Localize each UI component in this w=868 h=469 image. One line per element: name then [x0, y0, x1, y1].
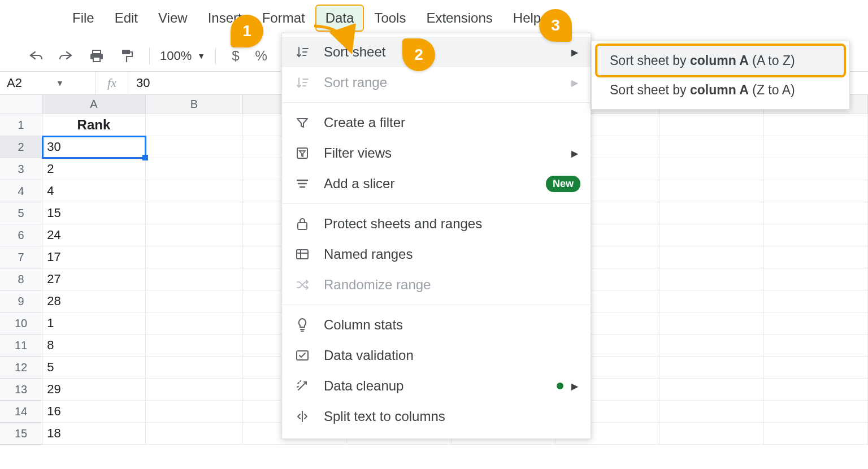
- cell-A1[interactable]: Rank: [42, 114, 145, 136]
- cell[interactable]: [659, 136, 763, 158]
- undo-button[interactable]: [23, 46, 49, 66]
- row-header[interactable]: 15: [0, 423, 42, 445]
- cell[interactable]: [659, 268, 763, 290]
- cell[interactable]: [146, 224, 243, 246]
- menu-item-named-ranges[interactable]: Named ranges: [282, 239, 591, 270]
- menu-item-data-validation[interactable]: Data validation: [282, 340, 591, 371]
- menu-file[interactable]: File: [63, 6, 103, 31]
- cell[interactable]: [764, 335, 868, 357]
- menu-data[interactable]: Data: [316, 6, 363, 31]
- cell[interactable]: [659, 423, 763, 445]
- menu-edit[interactable]: Edit: [106, 6, 147, 31]
- row-header[interactable]: 5: [0, 202, 42, 224]
- cell[interactable]: [659, 335, 763, 357]
- cell[interactable]: [659, 114, 763, 136]
- cell[interactable]: 28: [42, 290, 145, 312]
- row-header[interactable]: 8: [0, 268, 42, 290]
- menu-item-filter-views[interactable]: Filter views ▶: [282, 138, 591, 168]
- selection-handle[interactable]: [142, 155, 148, 160]
- row-header[interactable]: 14: [0, 401, 42, 423]
- cell[interactable]: [659, 357, 763, 379]
- cell-A2[interactable]: 30: [42, 136, 145, 158]
- cell[interactable]: 27: [42, 268, 145, 290]
- cell[interactable]: 4: [42, 180, 145, 202]
- row-header[interactable]: 1: [0, 114, 42, 136]
- cell[interactable]: [659, 312, 763, 335]
- menu-extensions[interactable]: Extensions: [417, 6, 501, 31]
- row-header[interactable]: 10: [0, 312, 42, 335]
- menu-tools[interactable]: Tools: [365, 6, 415, 31]
- cell[interactable]: 18: [42, 423, 145, 445]
- cell[interactable]: [659, 246, 763, 268]
- cell[interactable]: [764, 158, 868, 180]
- submenu-item-sort-desc[interactable]: Sort sheet by column A (Z to A): [597, 75, 844, 105]
- menu-item-protect-sheets[interactable]: Protect sheets and ranges: [282, 209, 591, 239]
- cell[interactable]: [146, 401, 243, 423]
- row-header[interactable]: 3: [0, 158, 42, 180]
- cell[interactable]: 15: [42, 202, 145, 224]
- cell[interactable]: [764, 357, 868, 379]
- select-all-corner[interactable]: [0, 95, 42, 114]
- row-header[interactable]: 9: [0, 290, 42, 312]
- cell[interactable]: [146, 268, 243, 290]
- cell[interactable]: [146, 379, 243, 401]
- cell[interactable]: [146, 180, 243, 202]
- cell[interactable]: [764, 379, 868, 401]
- cell[interactable]: [146, 423, 243, 445]
- cell[interactable]: [146, 246, 243, 268]
- cell[interactable]: 8: [42, 335, 145, 357]
- cell[interactable]: [146, 290, 243, 312]
- zoom-select[interactable]: 100% ▼: [160, 49, 205, 63]
- format-currency-button[interactable]: $: [226, 45, 245, 67]
- row-header[interactable]: 13: [0, 379, 42, 401]
- cell[interactable]: [764, 202, 868, 224]
- cell[interactable]: [146, 158, 243, 180]
- cell[interactable]: [764, 114, 868, 136]
- cell[interactable]: [146, 136, 243, 158]
- row-header[interactable]: 6: [0, 224, 42, 246]
- menu-item-split-text[interactable]: Split text to columns: [282, 401, 591, 432]
- menu-item-add-slicer[interactable]: Add a slicer New: [282, 168, 591, 199]
- cell[interactable]: [764, 401, 868, 423]
- menu-item-sort-sheet[interactable]: Sort sheet ▶: [282, 37, 591, 67]
- cell[interactable]: 2: [42, 158, 145, 180]
- cell[interactable]: 16: [42, 401, 145, 423]
- cell[interactable]: [659, 202, 763, 224]
- column-header-B[interactable]: B: [146, 95, 243, 114]
- cell[interactable]: [659, 290, 763, 312]
- format-percent-button[interactable]: %: [250, 45, 273, 67]
- cell[interactable]: [764, 423, 868, 445]
- cell[interactable]: [146, 312, 243, 335]
- row-header[interactable]: 7: [0, 246, 42, 268]
- cell[interactable]: [659, 379, 763, 401]
- redo-button[interactable]: [53, 46, 79, 66]
- cell[interactable]: [764, 180, 868, 202]
- cell[interactable]: [659, 224, 763, 246]
- row-header[interactable]: 11: [0, 335, 42, 357]
- cell[interactable]: [659, 158, 763, 180]
- cell[interactable]: 17: [42, 246, 145, 268]
- menu-item-create-filter[interactable]: Create a filter: [282, 107, 591, 138]
- cell[interactable]: [764, 290, 868, 312]
- submenu-item-sort-asc[interactable]: Sort sheet by column A (A to Z): [597, 46, 844, 75]
- cell[interactable]: 24: [42, 224, 145, 246]
- cell[interactable]: 5: [42, 357, 145, 379]
- cell[interactable]: [764, 312, 868, 335]
- column-header-A[interactable]: A: [42, 95, 145, 114]
- cell[interactable]: [146, 357, 243, 379]
- print-button[interactable]: [84, 46, 110, 66]
- cell[interactable]: 1: [42, 312, 145, 335]
- row-header[interactable]: 4: [0, 180, 42, 202]
- cell[interactable]: [764, 136, 868, 158]
- cell[interactable]: 29: [42, 379, 145, 401]
- cell[interactable]: [659, 180, 763, 202]
- cell[interactable]: [764, 224, 868, 246]
- cell[interactable]: [146, 202, 243, 224]
- menu-item-column-stats[interactable]: Column stats: [282, 310, 591, 340]
- name-box[interactable]: A2 ▼: [0, 72, 96, 94]
- cell[interactable]: [146, 114, 243, 136]
- paint-format-button[interactable]: [114, 45, 139, 67]
- menu-item-data-cleanup[interactable]: Data cleanup ▶: [282, 371, 591, 401]
- cell[interactable]: [764, 268, 868, 290]
- cell[interactable]: [764, 246, 868, 268]
